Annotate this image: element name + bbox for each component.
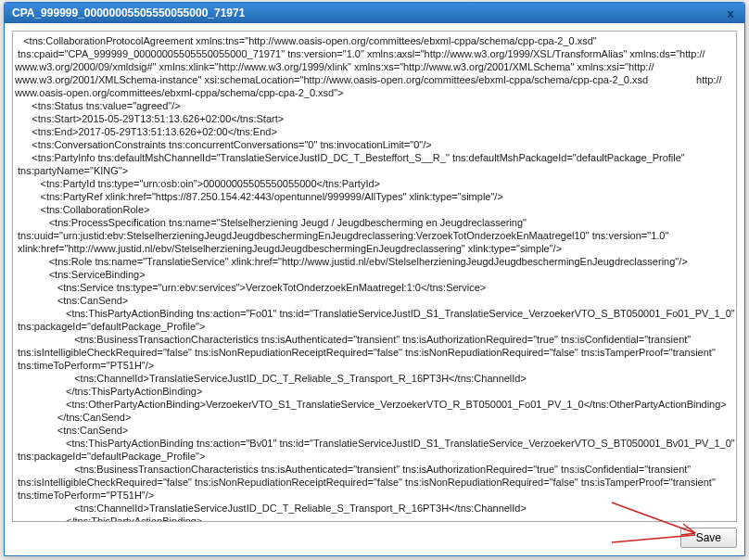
dialog-titlebar[interactable]: CPA_999999_00000005505550055000_71971 x [5,3,744,23]
button-row: Save [12,528,737,548]
dialog-content: Save [5,23,744,555]
save-button[interactable]: Save [680,528,737,548]
close-icon[interactable]: x [724,6,737,20]
xml-textarea[interactable] [12,31,737,522]
dialog-window: CPA_999999_00000005505550055000_71971 x … [4,2,745,556]
dialog-title: CPA_999999_00000005505550055000_71971 [12,6,245,19]
